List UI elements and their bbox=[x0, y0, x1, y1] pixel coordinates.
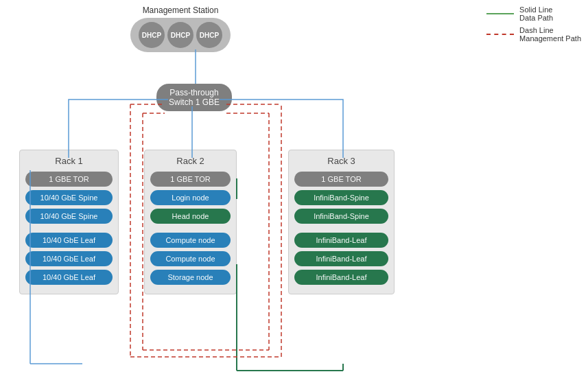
rack2-node-login: Login node bbox=[150, 190, 231, 205]
rack-2-label: Rack 2 bbox=[150, 156, 231, 166]
rack-2: Rack 2 1 GBE TOR Login node Head node Co… bbox=[144, 150, 237, 294]
rack1-node-leaf-1: 10/40 GbE Leaf bbox=[25, 233, 113, 248]
rack1-node-tor: 1 GBE TOR bbox=[25, 172, 113, 187]
dhcp-row: DHCP DHCP DHCP bbox=[130, 18, 231, 52]
rack2-node-compute-1: Compute node bbox=[150, 233, 231, 248]
legend-solid-line bbox=[486, 13, 514, 14]
legend-dash-line2: Management Path bbox=[519, 34, 581, 43]
rack-3: Rack 3 1 GBE TOR InfiniBand-Spine Infini… bbox=[288, 150, 395, 294]
rack3-node-ib-leaf-2: InfiniBand-Leaf bbox=[294, 251, 388, 266]
rack2-node-storage: Storage node bbox=[150, 270, 231, 285]
legend-dash-line bbox=[486, 34, 514, 35]
passthrough-switch: Pass-throughSwitch 1 GBE bbox=[156, 84, 232, 111]
rack1-node-leaf-2: 10/40 GbE Leaf bbox=[25, 251, 113, 266]
rack2-node-compute-2: Compute node bbox=[150, 251, 231, 266]
rack2-node-head: Head node bbox=[150, 209, 231, 224]
legend: Solid Line Data Path Dash Line Managemen… bbox=[486, 5, 581, 43]
rack-3-label: Rack 3 bbox=[294, 156, 388, 166]
mgmt-station-label: Management Station bbox=[130, 5, 231, 15]
rack3-node-ib-leaf-1: InfiniBand-Leaf bbox=[294, 233, 388, 248]
management-station: Management Station DHCP DHCP DHCP bbox=[130, 5, 231, 52]
rack3-node-ib-spine-1: InfiniBand-Spine bbox=[294, 190, 388, 205]
rack-1: Rack 1 1 GBE TOR 10/40 GbE Spine 10/40 G… bbox=[19, 150, 119, 294]
rack3-node-tor: 1 GBE TOR bbox=[294, 172, 388, 187]
dhcp-node-1: DHCP bbox=[139, 22, 165, 48]
rack1-node-leaf-3: 10/40 GbE Leaf bbox=[25, 270, 113, 285]
rack2-node-tor: 1 GBE TOR bbox=[150, 172, 231, 187]
dhcp-node-2: DHCP bbox=[167, 22, 193, 48]
diagram-container: Solid Line Data Path Dash Line Managemen… bbox=[0, 0, 588, 385]
rack3-node-ib-spine-2: InfiniBand-Spine bbox=[294, 209, 388, 224]
rack3-node-ib-leaf-3: InfiniBand-Leaf bbox=[294, 270, 388, 285]
legend-dash-item: Dash Line Management Path bbox=[486, 26, 581, 43]
rack-1-label: Rack 1 bbox=[25, 156, 113, 166]
rack1-node-spine-1: 10/40 GbE Spine bbox=[25, 190, 113, 205]
legend-solid-item: Solid Line Data Path bbox=[486, 5, 581, 22]
legend-solid-line2: Data Path bbox=[519, 14, 553, 22]
legend-solid-line1: Solid Line bbox=[519, 5, 553, 14]
dhcp-node-3: DHCP bbox=[196, 22, 222, 48]
legend-dash-line1: Dash Line bbox=[519, 26, 581, 34]
rack1-node-spine-2: 10/40 GbE Spine bbox=[25, 209, 113, 224]
